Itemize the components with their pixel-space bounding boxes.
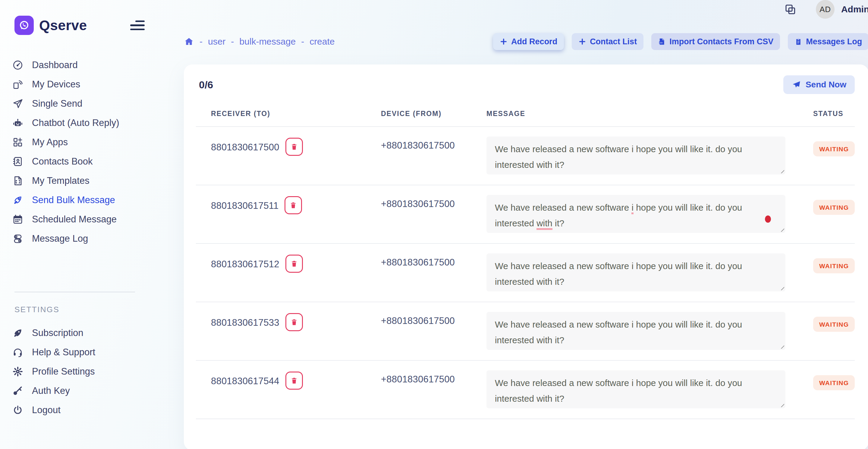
receiver-number: 8801830617512: [211, 259, 279, 270]
sidebar-item-single-send[interactable]: Single Send: [0, 94, 170, 113]
device-number: +8801830617500: [381, 257, 487, 293]
sidebar-item-my-devices[interactable]: My Devices: [0, 75, 170, 94]
sidebar-item-profile-settings[interactable]: Profile Settings: [0, 362, 170, 381]
dashboard-icon: [12, 59, 24, 71]
status-badge: WAITING: [813, 200, 855, 215]
breadcrumb-item-create[interactable]: create: [310, 36, 335, 47]
table-row: 8801830617511+8801830617500We have relea…: [196, 185, 855, 244]
copy-windows-icon[interactable]: [784, 3, 797, 16]
csv-file-icon: CSV: [658, 38, 666, 45]
whatsapp-logo-icon: [14, 16, 34, 35]
home-icon[interactable]: [184, 36, 194, 47]
device-signal-icon: [12, 78, 24, 90]
key-icon: [12, 385, 24, 396]
sidebar-item-my-templates[interactable]: My Templates: [0, 171, 170, 190]
clipboard-icon: [795, 38, 802, 45]
robot-icon: [12, 117, 24, 129]
sidebar: Qserve DashboardMy DevicesSingle SendCha…: [0, 0, 170, 449]
grammar-dot-marker[interactable]: [765, 216, 771, 223]
sidebar-item-my-apps[interactable]: My Apps: [0, 133, 170, 152]
sidebar-item-auth-key[interactable]: Auth Key: [0, 381, 170, 400]
sidebar-item-chatbot-auto-reply[interactable]: Chatbot (Auto Reply): [0, 113, 170, 133]
delete-record-button[interactable]: [285, 372, 303, 390]
delete-record-button[interactable]: [285, 313, 303, 331]
plus-icon: [500, 38, 507, 45]
resize-grip[interactable]: [778, 284, 784, 290]
send-now-button[interactable]: Send Now: [783, 75, 855, 94]
breadcrumb-separator: -: [199, 36, 203, 47]
template-file-icon: [12, 175, 24, 187]
delete-record-button[interactable]: [284, 196, 302, 214]
main-area: AD Admin -user-bulk-message-create Add R…: [170, 0, 868, 449]
svg-text:CSV: CSV: [659, 42, 663, 44]
user-name[interactable]: Admin: [841, 4, 868, 14]
paper-plane-outline-icon: [12, 98, 24, 109]
sidebar-settings-nav: SubscriptionHelp & SupportProfile Settin…: [0, 323, 170, 420]
sidebar-item-dashboard[interactable]: Dashboard: [0, 56, 170, 75]
delete-record-button[interactable]: [285, 138, 303, 156]
menu-toggle-icon[interactable]: [130, 18, 145, 33]
avatar[interactable]: AD: [816, 0, 835, 19]
sidebar-divider: [14, 292, 135, 292]
column-header: DEVICE (FROM): [381, 110, 487, 118]
resize-grip[interactable]: [778, 167, 784, 173]
table-header-row: RECEIVER (TO)DEVICE (FROM)MESSAGESTATUS: [196, 94, 855, 127]
import-contacts-from-csv-button[interactable]: CSVImport Contacts From CSV: [651, 33, 780, 50]
device-number: +8801830617500: [381, 316, 487, 351]
bulk-message-card: 0/6 Send Now RECEIVER (TO)DEVICE (FROM)M…: [184, 64, 868, 449]
receiver-number: 8801830617511: [211, 200, 278, 211]
sidebar-item-label: Profile Settings: [32, 366, 95, 377]
headset-icon: [12, 347, 24, 358]
sidebar-item-label: My Apps: [32, 137, 68, 148]
message-textarea[interactable]: We have released a new software i hope y…: [487, 371, 785, 408]
resize-grip[interactable]: [778, 226, 784, 232]
message-textarea[interactable]: We have released a new software i hope y…: [487, 195, 785, 233]
sidebar-item-label: Single Send: [32, 98, 82, 109]
message-textarea[interactable]: We have released a new software i hope y…: [487, 136, 785, 174]
sidebar-item-send-bulk-message[interactable]: Send Bulk Message: [0, 190, 170, 210]
sidebar-item-scheduled-message[interactable]: Scheduled Message: [0, 210, 170, 229]
topbar: AD Admin: [170, 0, 868, 19]
gear-icon: [12, 366, 24, 377]
receiver-number: 8801830617500: [211, 142, 279, 153]
breadcrumb-separator: -: [231, 36, 234, 47]
settings-section-label: SETTINGS: [14, 305, 170, 314]
receiver-number: 8801830617533: [211, 317, 279, 328]
contacts-book-icon: [12, 156, 24, 167]
delete-record-button[interactable]: [285, 255, 303, 273]
rocket-filled-icon: [12, 327, 24, 339]
trash-icon: [290, 318, 298, 326]
column-header: STATUS: [813, 110, 855, 118]
device-number: +8801830617500: [381, 374, 487, 410]
sidebar-item-contacts-book[interactable]: Contacts Book: [0, 152, 170, 171]
table-row: 8801830617512+8801830617500We have relea…: [196, 244, 855, 302]
breadcrumb-separator: -: [301, 36, 304, 47]
toggles-icon: [12, 233, 24, 245]
table-body: 8801830617500+8801830617500We have relea…: [196, 127, 855, 419]
message-textarea[interactable]: We have released a new software i hope y…: [487, 253, 785, 291]
sidebar-item-label: Subscription: [32, 327, 84, 339]
status-badge: WAITING: [813, 317, 855, 332]
column-header: MESSAGE: [487, 110, 813, 118]
message-textarea[interactable]: We have released a new software i hope y…: [487, 312, 785, 350]
sidebar-item-label: Contacts Book: [32, 156, 93, 167]
sidebar-item-label: My Templates: [32, 175, 90, 186]
sidebar-item-logout[interactable]: Logout: [0, 400, 170, 420]
receiver-number: 8801830617544: [211, 376, 279, 387]
resize-grip[interactable]: [778, 343, 784, 349]
sidebar-item-subscription[interactable]: Subscription: [0, 323, 170, 343]
content: -user-bulk-message-create Add RecordCont…: [170, 19, 868, 449]
breadcrumb-item-user[interactable]: user: [208, 36, 225, 47]
breadcrumb-item-bulk-message[interactable]: bulk-message: [239, 36, 296, 47]
device-number: +8801830617500: [381, 199, 487, 234]
sidebar-item-label: Message Log: [32, 233, 88, 244]
status-badge: WAITING: [813, 375, 855, 390]
add-record-button[interactable]: Add Record: [493, 33, 564, 50]
resize-grip[interactable]: [778, 401, 784, 407]
sidebar-item-help-support[interactable]: Help & Support: [0, 343, 170, 362]
sidebar-item-message-log[interactable]: Message Log: [0, 229, 170, 248]
device-number: +8801830617500: [381, 140, 487, 176]
page-head: -user-bulk-message-create Add RecordCont…: [184, 33, 868, 50]
contact-list-button[interactable]: Contact List: [572, 33, 644, 50]
messages-log-button[interactable]: Messages Log: [788, 33, 868, 50]
